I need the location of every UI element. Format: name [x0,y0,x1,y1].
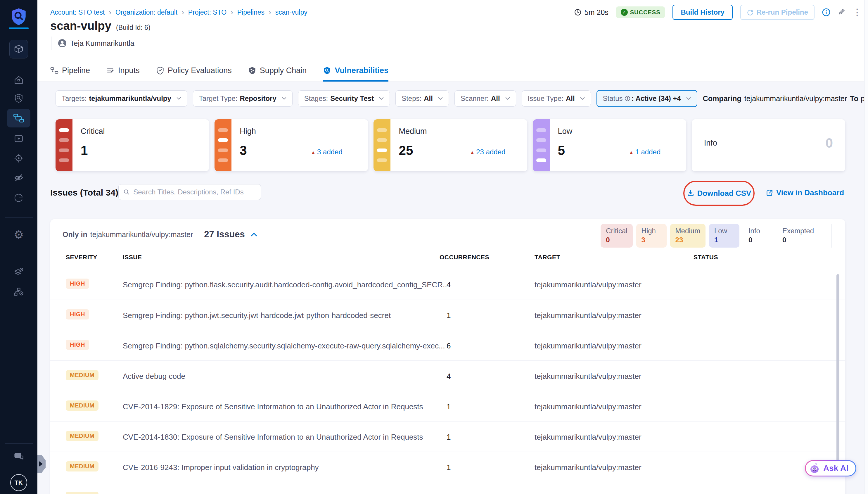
author-row: Teja Kummarikuntla [51,37,151,50]
table-row[interactable]: MEDIUM CVE-2014-1830: Exposure of Sensit… [50,421,845,452]
sidebar-item-default-settings[interactable] [0,266,37,278]
module-cube-icon [13,43,24,55]
top-header: Account: STO test › Organization: defaul… [37,0,868,82]
target-value: tejakummarikuntla/vulpy:master [535,280,641,289]
help-chat-icon: ? [14,452,24,461]
expand-arrow-icon [39,461,43,467]
filter-steps[interactable]: Steps: All [396,90,449,107]
filter-target-type[interactable]: Target Type: Repository [193,90,292,107]
chip-medium[interactable]: Medium 23 [670,224,706,248]
ask-ai-button[interactable]: Ask AI [805,460,856,476]
occurrences-value: 1 [447,311,451,320]
target-value: tejakummarikuntla/vulpy:master [535,372,641,381]
sidebar-item-help[interactable]: ? [0,451,37,462]
issue-group-header[interactable]: Only in tejakummarikuntla/vulpy:master 2… [62,224,257,240]
breadcrumb-org[interactable]: Organization: default [115,8,177,16]
issues-table: HIGH Semgrep Finding: python.flask.secur… [50,269,845,494]
chip-info[interactable]: Info 0 [743,224,773,248]
filter-scanner[interactable]: Scanner: All [455,90,516,107]
view-in-dashboard-button[interactable]: View in Dashboard [766,188,844,197]
table-row[interactable]: MEDIUM CVE-2017-11424: PyJWT: mishandles… [50,482,845,494]
sidebar-item-executions[interactable] [0,133,37,144]
svg-text:?: ? [17,453,19,458]
tab-label: Inputs [118,66,140,75]
active-module-indicator [9,27,28,29]
sidebar-item-hidden-targets[interactable] [0,172,37,183]
filter-issue-type[interactable]: Issue Type: All [522,90,591,107]
rerun-pipeline-button[interactable]: Re-run Pipeline [740,5,814,20]
breadcrumb-pipelines[interactable]: Pipelines [237,8,265,16]
filter-targets[interactable]: Targets: tejakummarikuntla/vulpy [56,90,187,107]
target-icon [14,153,24,163]
occurrences-value: 1 [447,463,451,472]
left-nav: ⚙ ? TK [0,0,37,494]
tab-label: Supply Chain [260,66,307,75]
table-row[interactable]: HIGH Semgrep Finding: python.jwt.securit… [50,300,845,330]
inputs-tab-icon [107,66,115,75]
sto-shield-logo[interactable] [0,7,37,26]
chip-low[interactable]: Low 1 [709,224,739,248]
tab-vulnerabilities[interactable]: Vulnerabilities [323,61,388,81]
tab-policy-evaluations[interactable]: Policy Evaluations [156,61,232,81]
page-title: scan-vulpy [50,19,111,33]
occurrences-value: 6 [447,341,451,350]
sidebar-item-targets[interactable] [0,153,37,164]
filter-stages[interactable]: Stages: Security Test [298,90,390,107]
build-history-button[interactable]: Build History [673,5,732,20]
info-icon[interactable] [822,8,830,16]
added-indicator: ▲ 1 added [629,148,661,156]
chevron-down-icon [505,97,510,100]
rerun-icon [747,9,754,16]
table-row[interactable]: MEDIUM CVE-2014-1829: Exposure of Sensit… [50,391,845,421]
table-scrollbar[interactable] [836,274,840,470]
table-row[interactable]: MEDIUM Active debug code 4 tejakummariku… [50,360,845,391]
more-options-icon[interactable]: ⋮ [853,8,862,17]
sidebar-item-pipelines-active[interactable] [7,109,31,128]
user-avatar[interactable]: TK [10,474,27,491]
chip-high[interactable]: High 3 [636,224,667,248]
app-root: ⚙ ? TK [0,0,868,494]
user-icon [58,39,66,48]
download-csv-button[interactable]: Download CSV [687,189,751,198]
issues-total-title: Issues (Total 34) [50,188,118,197]
issues-search[interactable] [118,184,261,200]
table-row[interactable]: HIGH Semgrep Finding: python.flask.secur… [50,269,845,300]
card-label: Low [558,127,573,136]
col-issue: ISSUE [123,254,142,261]
issue-title: CVE-2014-1829: Exposure of Sensitive Inf… [123,402,423,411]
breadcrumb-project[interactable]: Project: STO [188,8,227,16]
table-row[interactable]: HIGH Semgrep Finding: python.sqlalchemy.… [50,330,845,360]
card-count: 3 [240,143,247,158]
filter-status[interactable]: Status : Active (34) +4 [597,90,697,107]
breadcrumb-current[interactable]: scan-vulpy [275,8,307,16]
table-row[interactable]: MEDIUM CVE-2016-9243: Improper input val… [50,452,845,482]
sidebar-item-get-started[interactable] [0,193,37,203]
sidebar-item-home[interactable] [0,75,37,86]
pipelines-icon [13,113,24,123]
target-value: tejakummarikuntla/vulpy:master [535,311,641,320]
download-csv-highlight-annotation: Download CSV [683,180,755,206]
issue-title: Semgrep Finding: python.flask.security.a… [123,280,449,289]
tab-supply-chain[interactable]: Supply Chain [248,61,307,81]
header-controls: 5m 20s ✓ SUCCESS Build History Re-run Pi… [574,5,862,20]
severity-badge: MEDIUM [66,492,98,494]
page-scrollbar-track[interactable] [864,0,868,494]
chevron-down-icon [580,97,585,100]
critical-stripe [56,119,73,171]
sidebar-item-org-settings[interactable] [0,286,37,298]
search-icon [123,189,130,195]
breadcrumb-account[interactable]: Account: STO test [50,8,104,16]
chip-critical[interactable]: Critical 0 [601,224,633,248]
edit-pipeline-icon[interactable]: ✎ [838,8,845,17]
module-selector[interactable] [9,40,28,58]
tab-pipeline[interactable]: Pipeline [50,61,90,81]
search-input[interactable] [133,188,256,196]
sidebar-divider [5,443,33,444]
severity-badge: MEDIUM [66,370,98,380]
chevron-up-icon[interactable] [251,232,257,236]
tab-inputs[interactable]: Inputs [107,61,140,81]
sidebar-item-project-settings[interactable]: ⚙ [0,229,37,241]
chip-exempted[interactable]: Exempted 0 [777,224,832,248]
sidebar-item-overview[interactable] [0,93,37,103]
breadcrumb: Account: STO test › Organization: defaul… [50,8,307,17]
